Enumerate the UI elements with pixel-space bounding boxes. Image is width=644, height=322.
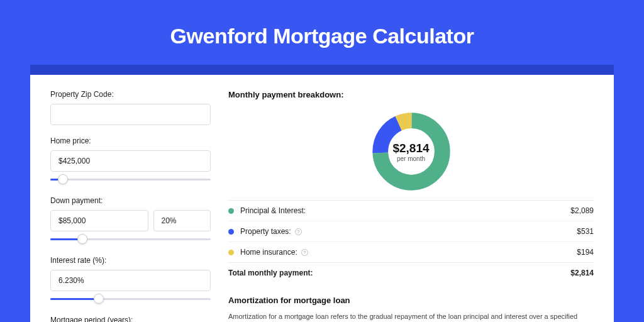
rate-field: Interest rate (%):	[50, 256, 211, 291]
calculator-card: Property Zip Code: Home price: Down paym…	[30, 75, 614, 322]
down-label: Down payment:	[50, 196, 211, 205]
slider-thumb[interactable]	[77, 234, 87, 244]
slider-fill	[50, 298, 99, 300]
zip-field: Property Zip Code:	[50, 90, 211, 125]
legend-label-text: Home insurance:	[240, 248, 297, 257]
period-field: Mortgage period (years): 10152030	[50, 316, 211, 322]
donut-sub: per month	[397, 155, 425, 162]
rate-input[interactable]	[50, 270, 211, 291]
total-label: Total monthly payment:	[228, 269, 313, 277]
total-value: $2,814	[570, 269, 594, 277]
amortization-section: Amortization for mortgage loan Amortizat…	[228, 296, 594, 322]
legend-value: $531	[577, 227, 594, 236]
legend-label: Property taxes:?	[240, 227, 302, 236]
legend-label: Home insurance:?	[240, 248, 308, 257]
legend-value: $194	[577, 248, 594, 257]
form-panel: Property Zip Code: Home price: Down paym…	[50, 90, 211, 322]
slider-track	[50, 179, 211, 180]
price-input[interactable]	[50, 150, 211, 172]
legend: Principal & Interest:$2,089Property taxe…	[228, 200, 594, 262]
legend-row: Home insurance:?$194	[228, 242, 594, 262]
page-title: Gwenford Mortgage Calculator	[0, 0, 644, 65]
results-panel: Monthly payment breakdown: $2,814 per mo…	[228, 90, 594, 322]
price-slider[interactable]	[50, 175, 211, 185]
donut-wrap: $2,814 per month	[228, 108, 594, 200]
down-percent-input[interactable]	[153, 210, 211, 231]
down-amount-input[interactable]	[50, 210, 148, 231]
donut-chart: $2,814 per month	[370, 111, 452, 192]
zip-label: Property Zip Code:	[50, 90, 211, 99]
period-label: Mortgage period (years):	[50, 316, 211, 322]
donut-center: $2,814 per month	[370, 111, 452, 192]
legend-row: Principal & Interest:$2,089	[228, 200, 594, 221]
info-icon[interactable]: ?	[301, 249, 308, 256]
price-field: Home price:	[50, 136, 211, 172]
donut-amount: $2,814	[392, 142, 429, 155]
legend-label: Principal & Interest:	[240, 206, 306, 215]
legend-value: $2,089	[570, 206, 594, 215]
legend-total-row: Total monthly payment: $2,814	[228, 262, 594, 283]
legend-label-text: Principal & Interest:	[240, 206, 306, 215]
legend-dot	[228, 229, 234, 235]
legend-dot	[228, 250, 234, 255]
amortization-body: Amortization for a mortgage loan refers …	[228, 311, 594, 322]
down-field: Down payment:	[50, 196, 211, 231]
amortization-title: Amortization for mortgage loan	[228, 296, 594, 305]
slider-thumb[interactable]	[58, 174, 68, 184]
rate-label: Interest rate (%):	[50, 256, 211, 265]
legend-label-text: Property taxes:	[240, 227, 291, 236]
rate-slider[interactable]	[50, 294, 211, 304]
price-label: Home price:	[50, 136, 211, 145]
down-slider[interactable]	[50, 235, 211, 245]
info-icon[interactable]: ?	[295, 228, 302, 235]
slider-thumb[interactable]	[94, 294, 104, 304]
legend-row: Property taxes:?$531	[228, 221, 594, 242]
legend-dot	[228, 208, 234, 214]
breakdown-title: Monthly payment breakdown:	[228, 90, 594, 99]
zip-input[interactable]	[50, 104, 211, 125]
